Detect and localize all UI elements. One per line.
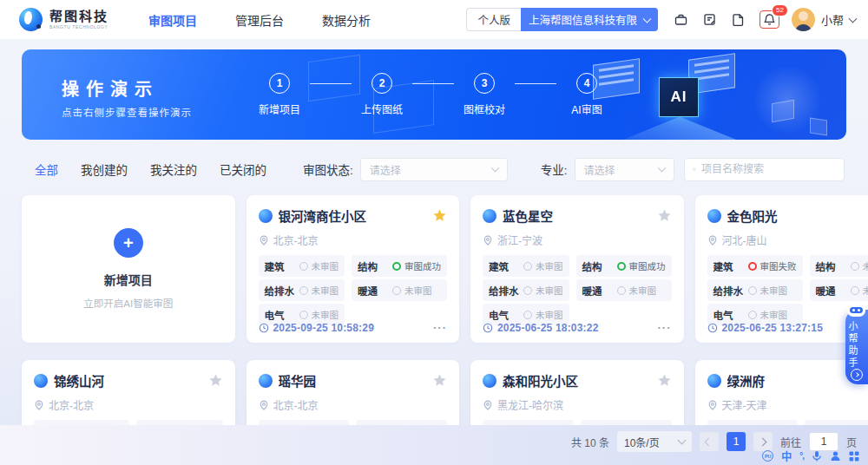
project-card[interactable]: 金色阳光 河北-唐山 建筑审图失败结构未审图给排水未审图暖通未审图电气未审图 2… <box>695 195 868 343</box>
status-dot-icon <box>851 262 859 271</box>
specialty-badge: 结构审图成功 <box>576 255 672 277</box>
punctuation-icon[interactable]: °, <box>799 451 804 461</box>
project-icon <box>34 374 48 388</box>
step-label: 上传图纸 <box>361 102 403 116</box>
tab-created-by-me[interactable]: 我创建的 <box>81 160 128 178</box>
organization-select[interactable]: 上海帮图信息科技有限... <box>521 8 658 31</box>
mic-icon[interactable] <box>812 450 822 462</box>
major-select[interactable]: 请选择 <box>575 158 674 181</box>
specialty-badge: 结构审图成功 <box>352 255 447 277</box>
project-name: 锦绣山河 <box>54 371 202 390</box>
more-button[interactable]: ··· <box>433 321 447 334</box>
project-icon <box>259 209 273 223</box>
chevron-down-icon <box>849 14 858 23</box>
step-number: 1 <box>269 73 290 94</box>
chevron-down-icon <box>678 436 687 445</box>
nav-item-analytics[interactable]: 数据分析 <box>322 11 371 29</box>
grid-icon[interactable] <box>849 451 859 462</box>
page-size-select[interactable]: 10条/页 <box>617 431 692 452</box>
document-icon[interactable] <box>731 12 746 28</box>
specialty-name: 结构 <box>816 259 847 273</box>
assistant-label: 小帮助手 <box>845 321 868 370</box>
demo-steps: 1 新增项目 2 上传图纸 3 图框校对 4 AI审图 <box>249 73 617 116</box>
chevron-left-icon <box>705 437 713 446</box>
assistant-expand-button[interactable] <box>851 369 863 381</box>
status-dot-icon <box>748 311 757 319</box>
location-icon <box>707 235 718 246</box>
star-icon[interactable] <box>657 208 672 223</box>
bottom-bar: 共 10 条 10条/页 1 前往 页 PU 中 °, <box>0 425 868 465</box>
user-menu[interactable]: 小帮 <box>792 8 856 31</box>
review-status-select[interactable]: 请选择 <box>360 158 508 181</box>
platform-illustration <box>606 116 753 140</box>
notification-bell-button[interactable]: 52 <box>760 10 779 29</box>
new-project-card[interactable]: + 新增项目 立即开启AI智能审图 <box>22 195 235 343</box>
user-name: 小帮 <box>821 11 844 28</box>
specialty-badge: 给排水未审图 <box>483 279 569 301</box>
status-dot-icon <box>617 286 626 295</box>
more-button[interactable]: ··· <box>658 321 672 334</box>
demo-banner: 操作演示 点击右侧步骤查看操作演示 1 新增项目 2 上传图纸 3 图框校对 4… <box>22 49 846 140</box>
user-icon[interactable] <box>830 450 841 462</box>
step-label: 图框校对 <box>464 102 505 116</box>
nav-item-review-projects[interactable]: 审图项目 <box>148 11 197 29</box>
input-method-tray: PU 中 °, <box>762 449 859 463</box>
tab-all[interactable]: 全部 <box>35 160 58 178</box>
ai-cube-illustration: AI <box>659 77 699 117</box>
project-date: 2025-09-25 10:58:29 <box>273 322 375 334</box>
project-icon <box>707 209 721 223</box>
specialty-name: 建筑 <box>489 259 520 273</box>
star-icon[interactable] <box>432 208 447 223</box>
prev-page-button[interactable] <box>700 432 719 451</box>
location-icon <box>483 400 493 410</box>
specialty-name: 暖通 <box>582 284 614 298</box>
personal-plan-button[interactable]: 个人版 <box>466 8 521 31</box>
specialty-status: 未审图 <box>312 259 339 272</box>
step-connector <box>310 83 352 84</box>
plus-icon[interactable]: + <box>114 228 143 258</box>
status-dot-icon <box>748 262 757 271</box>
step-upload-drawings[interactable]: 2 上传图纸 <box>352 73 412 116</box>
page-size-value: 10条/页 <box>624 435 660 449</box>
project-icon <box>259 374 273 388</box>
assistant-widget[interactable]: 小帮助手 <box>845 310 868 384</box>
tab-followed[interactable]: 我关注的 <box>150 160 197 178</box>
specialty-badge: 暖通未审图 <box>810 279 868 301</box>
step-frame-proofread[interactable]: 3 图框校对 <box>454 73 515 116</box>
project-icon <box>483 209 496 223</box>
specialty-status: 审图成功 <box>629 259 666 272</box>
project-card[interactable]: 银河湾商住小区 北京-北京 建筑未审图结构审图成功给排水未审图暖通未审图电气未审… <box>247 195 460 343</box>
current-page[interactable]: 1 <box>727 432 746 451</box>
status-dot-icon <box>851 286 859 295</box>
tab-closed[interactable]: 已关闭的 <box>220 160 266 178</box>
specialty-badge: 结构未审图 <box>810 255 868 277</box>
project-card[interactable]: 蓝色星空 浙江-宁波 建筑未审图结构审图成功给排水未审图暖通未审图电气未审图 2… <box>470 195 684 343</box>
top-navbar: 帮图科技 BANGTU TECHNOLOGY 审图项目 管理后台 数据分析 个人… <box>0 0 868 39</box>
status-dot-icon <box>392 262 401 271</box>
star-icon[interactable] <box>208 373 223 388</box>
chevron-right-icon <box>854 372 859 377</box>
specialty-badges: 建筑审图失败结构未审图给排水未审图暖通未审图电气未审图 <box>707 255 868 325</box>
nav-item-admin[interactable]: 管理后台 <box>235 11 284 29</box>
star-icon[interactable] <box>432 373 447 388</box>
specialty-status: 未审图 <box>760 284 788 297</box>
logo-title: 帮图科技 <box>49 10 108 23</box>
specialty-name: 建筑 <box>265 259 296 273</box>
edit-document-icon[interactable] <box>702 12 718 28</box>
filter-bar: 全部 我创建的 我关注的 已关闭的 审图状态: 请选择 专业: 请选择 <box>0 157 868 181</box>
chinese-mode-icon[interactable]: 中 <box>781 449 792 463</box>
specialty-status: 未审图 <box>536 308 563 321</box>
project-date: 2025-06-25 13:27:15 <box>722 322 824 334</box>
logo[interactable]: 帮图科技 BANGTU TECHNOLOGY <box>19 8 108 31</box>
search-icon <box>693 164 696 175</box>
specialty-name: 电气 <box>489 308 520 322</box>
ime-logo-icon[interactable]: PU <box>762 450 773 462</box>
location-icon <box>707 400 718 410</box>
briefcase-icon[interactable] <box>674 12 689 28</box>
step-new-project[interactable]: 1 新增项目 <box>249 73 310 116</box>
goto-unit: 页 <box>846 435 857 449</box>
project-location: 黑龙江-哈尔滨 <box>497 397 563 412</box>
star-icon[interactable] <box>657 373 672 388</box>
search-input[interactable] <box>701 163 836 175</box>
logo-icon <box>19 8 43 31</box>
